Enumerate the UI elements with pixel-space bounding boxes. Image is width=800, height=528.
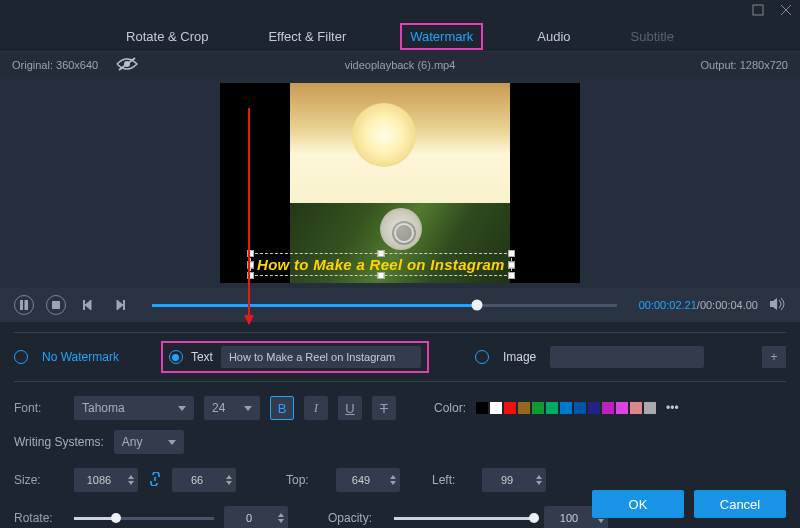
radio-image-label: Image [503,350,536,364]
radio-no-watermark-label: No Watermark [42,350,119,364]
color-label: Color: [434,401,466,415]
svg-rect-0 [753,5,763,15]
opacity-label: Opacity: [328,511,384,525]
video-preview[interactable]: How to Make a Reel on Instagram [220,83,580,283]
radio-image[interactable] [475,350,489,364]
next-frame-button[interactable] [110,295,130,315]
opacity-slider[interactable] [394,517,534,520]
color-swatch[interactable] [532,402,544,414]
color-swatch[interactable] [588,402,600,414]
width-spinner[interactable] [74,468,138,492]
preview-area: How to Make a Reel on Instagram [0,78,800,288]
top-spinner[interactable] [336,468,400,492]
original-dims: Original: 360x640 [12,59,98,71]
left-label: Left: [432,473,472,487]
svg-rect-7 [124,300,126,310]
maximize-icon[interactable] [752,4,764,19]
cancel-button[interactable]: Cancel [694,490,786,518]
size-row: Size: Top: Left: [14,468,786,492]
strikethrough-button[interactable]: T [372,396,396,420]
color-swatch[interactable] [630,402,642,414]
add-image-button[interactable]: + [762,346,786,368]
ok-button[interactable]: OK [592,490,684,518]
rotate-slider[interactable] [74,517,214,520]
playback-controls: 00:00:02.21/00:00:04.00 [0,288,800,322]
play-overlay-icon[interactable] [392,221,416,245]
rotate-spinner[interactable] [224,506,288,528]
link-aspect-icon[interactable] [148,472,162,489]
color-swatch[interactable] [644,402,656,414]
tab-effect-filter[interactable]: Effect & Filter [262,29,352,44]
radio-text[interactable] [169,350,183,364]
svg-rect-6 [83,300,85,310]
color-swatch[interactable] [476,402,488,414]
italic-button[interactable]: I [304,396,328,420]
svg-rect-3 [20,300,23,310]
color-swatches [476,402,656,414]
radio-no-watermark[interactable] [14,350,28,364]
watermark-image-input[interactable] [550,346,704,368]
annotation-arrow [248,108,250,324]
svg-rect-5 [52,301,60,309]
color-swatch[interactable] [616,402,628,414]
tab-rotate-crop[interactable]: Rotate & Crop [120,29,214,44]
titlebar [0,0,800,22]
font-size-select[interactable]: 24 [204,396,260,420]
left-spinner[interactable] [482,468,546,492]
stop-button[interactable] [46,295,66,315]
watermark-overlay[interactable]: How to Make a Reel on Instagram [250,253,512,276]
color-swatch[interactable] [602,402,614,414]
font-family-select[interactable]: Tahoma [74,396,194,420]
tab-watermark[interactable]: Watermark [400,23,483,50]
watermark-overlay-text: How to Make a Reel on Instagram [257,256,505,273]
color-swatch[interactable] [518,402,530,414]
info-bar: Original: 360x640 videoplayback (6).mp4 … [0,52,800,78]
timeline-slider[interactable] [152,304,617,307]
svg-rect-4 [25,300,28,310]
color-swatch[interactable] [546,402,558,414]
color-swatch[interactable] [504,402,516,414]
bold-button[interactable]: B [270,396,294,420]
size-label: Size: [14,473,64,487]
underline-button[interactable]: U [338,396,362,420]
radio-text-label: Text [191,350,213,364]
text-watermark-group: Text [161,341,429,373]
close-icon[interactable] [780,4,792,19]
writing-systems-label: Writing Systems: [14,435,104,449]
height-spinner[interactable] [172,468,236,492]
font-row: Font: Tahoma 24 B I U T Color: ••• Writi… [14,396,786,454]
volume-icon[interactable] [770,297,786,314]
watermark-type-row: No Watermark Text Image + [14,332,786,382]
preview-toggle-icon[interactable] [116,57,138,73]
rotate-label: Rotate: [14,511,64,525]
writing-systems-select[interactable]: Any [114,430,184,454]
watermark-text-input[interactable] [221,346,421,368]
top-label: Top: [286,473,326,487]
tab-subtitle[interactable]: Subtitle [625,29,680,44]
color-swatch[interactable] [574,402,586,414]
color-swatch[interactable] [560,402,572,414]
font-label: Font: [14,401,64,415]
more-colors-icon[interactable]: ••• [666,401,679,415]
color-swatch[interactable] [490,402,502,414]
output-dims: Output: 1280x720 [701,59,788,71]
prev-frame-button[interactable] [78,295,98,315]
play-button[interactable] [14,295,34,315]
tab-audio[interactable]: Audio [531,29,576,44]
footer-buttons: OK Cancel [592,490,786,518]
tabs: Rotate & Crop Effect & Filter Watermark … [0,22,800,52]
time-display: 00:00:02.21/00:00:04.00 [639,299,758,311]
